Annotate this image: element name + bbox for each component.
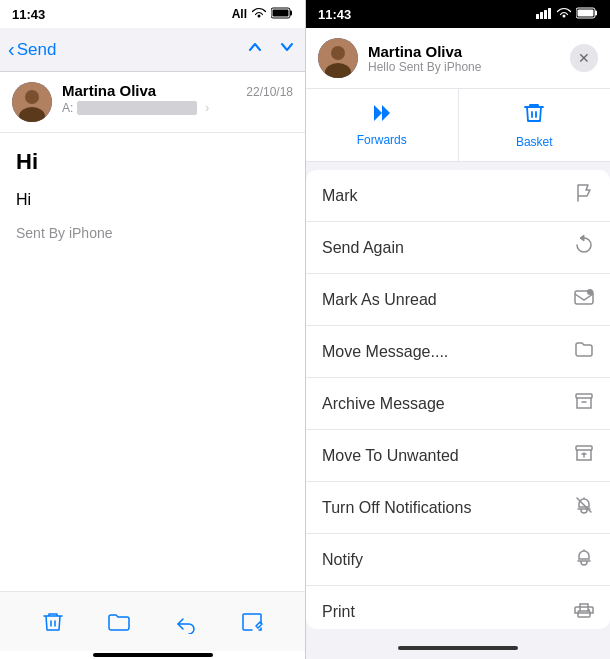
menu-item-notify[interactable]: Notify <box>306 534 610 586</box>
context-header-left: Martina Oliva Hello Sent By iPhone <box>318 38 481 78</box>
wifi-icon-left <box>251 7 267 21</box>
menu-item-archive-label: Archive Message <box>322 395 445 413</box>
menu-item-archive[interactable]: Archive Message <box>306 378 610 430</box>
context-sender-name: Martina Oliva <box>368 43 481 60</box>
wifi-icon-right <box>556 7 572 21</box>
status-bar-right: 11:43 <box>306 0 610 28</box>
tab-forwards-label: Forwards <box>357 133 407 147</box>
home-indicator-left <box>0 651 305 659</box>
context-menu-list: Mark Send Again Mark As Unread Move Mess… <box>306 170 610 629</box>
svg-rect-18 <box>576 394 592 398</box>
tab-forwards[interactable]: Forwards <box>306 89 459 161</box>
home-indicator-right <box>306 637 610 659</box>
envelope-badge-icon <box>574 287 594 312</box>
email-to-row: A: › <box>62 101 293 115</box>
svg-rect-7 <box>540 12 543 19</box>
email-body: Hi Hi Sent By iPhone <box>0 133 305 591</box>
compose-button[interactable] <box>240 610 264 634</box>
sender-name: Martina Oliva <box>62 82 156 99</box>
back-label: Send <box>17 40 57 60</box>
forward-icon <box>369 101 395 129</box>
close-icon: ✕ <box>578 50 590 66</box>
basket-icon <box>522 101 546 131</box>
nav-bar-left: ‹ Send <box>0 28 305 72</box>
junk-icon <box>574 443 594 468</box>
trash-button[interactable] <box>41 610 65 634</box>
context-preview-text: Hello Sent By iPhone <box>368 60 481 74</box>
email-date: 22/10/18 <box>246 85 293 99</box>
svg-rect-12 <box>578 10 594 17</box>
time-right: 11:43 <box>318 7 351 22</box>
email-subject: Hi <box>16 149 289 175</box>
menu-item-mark-label: Mark <box>322 187 358 205</box>
reply-button[interactable] <box>174 610 198 634</box>
left-panel: 11:43 All ‹ Send <box>0 0 305 659</box>
tab-basket[interactable]: Basket <box>459 89 611 161</box>
bottom-toolbar <box>0 591 305 651</box>
svg-rect-9 <box>548 8 551 19</box>
menu-item-move-message[interactable]: Move Message.... <box>306 326 610 378</box>
context-close-button[interactable]: ✕ <box>570 44 598 72</box>
menu-item-notifications-label: Turn Off Notifications <box>322 499 471 517</box>
menu-item-mark[interactable]: Mark <box>306 170 610 222</box>
action-tabs: Forwards Basket <box>306 89 610 162</box>
resend-icon <box>574 235 594 260</box>
menu-item-send-again-label: Send Again <box>322 239 404 257</box>
menu-item-mark-unread[interactable]: Mark As Unread <box>306 274 610 326</box>
to-address-redacted <box>77 101 197 115</box>
battery-icon-left <box>271 7 293 21</box>
status-bar-left: 11:43 All <box>0 0 305 28</box>
expand-chevron-icon: › <box>205 101 209 115</box>
bell-icon <box>574 547 594 572</box>
email-header: Martina Oliva 22/10/18 A: › <box>0 72 305 133</box>
email-signature: Sent By iPhone <box>16 225 289 241</box>
sender-avatar <box>12 82 52 122</box>
svg-rect-8 <box>544 10 547 19</box>
status-icons-left: All <box>232 7 293 21</box>
svg-rect-1 <box>290 11 292 16</box>
battery-icon-right <box>576 7 598 21</box>
signal-text-left: All <box>232 7 247 21</box>
menu-item-print-label: Print <box>322 603 355 621</box>
archive-icon <box>574 391 594 416</box>
svg-rect-6 <box>536 14 539 19</box>
nav-up-button[interactable] <box>245 37 265 62</box>
email-sender-row: Martina Oliva 22/10/18 <box>62 82 293 99</box>
svg-rect-19 <box>576 446 592 450</box>
back-chevron-icon: ‹ <box>8 38 15 61</box>
move-folder-icon <box>574 339 594 364</box>
svg-point-17 <box>587 289 593 295</box>
to-label: A: <box>62 101 73 115</box>
menu-item-send-again[interactable]: Send Again <box>306 222 610 274</box>
svg-rect-2 <box>273 10 289 17</box>
svg-point-4 <box>25 90 39 104</box>
menu-item-notifications[interactable]: Turn Off Notifications <box>306 482 610 534</box>
email-greeting: Hi <box>16 191 289 209</box>
bell-slash-icon <box>574 495 594 520</box>
menu-item-mark-unread-label: Mark As Unread <box>322 291 437 309</box>
home-bar-right <box>398 646 518 650</box>
menu-item-move-unwanted[interactable]: Move To Unwanted <box>306 430 610 482</box>
menu-item-notify-label: Notify <box>322 551 363 569</box>
back-button[interactable]: ‹ Send <box>8 38 56 61</box>
status-icons-right <box>536 7 598 21</box>
nav-arrows <box>245 37 297 62</box>
svg-point-14 <box>331 46 345 60</box>
folder-button[interactable] <box>107 610 131 634</box>
printer-icon <box>574 599 594 624</box>
context-avatar <box>318 38 358 78</box>
menu-item-move-unwanted-label: Move To Unwanted <box>322 447 459 465</box>
tab-basket-label: Basket <box>516 135 553 149</box>
signal-icon-right <box>536 7 552 21</box>
context-meta: Martina Oliva Hello Sent By iPhone <box>368 43 481 74</box>
menu-item-print[interactable]: Print <box>306 586 610 629</box>
home-bar-left <box>93 653 213 657</box>
nav-down-button[interactable] <box>277 37 297 62</box>
time-left: 11:43 <box>12 7 45 22</box>
email-meta: Martina Oliva 22/10/18 A: › <box>62 82 293 115</box>
right-panel: 11:43 <box>305 0 610 659</box>
menu-item-move-message-label: Move Message.... <box>322 343 448 361</box>
svg-point-21 <box>588 609 590 611</box>
context-header: Martina Oliva Hello Sent By iPhone ✕ <box>306 28 610 89</box>
svg-rect-11 <box>595 11 597 16</box>
